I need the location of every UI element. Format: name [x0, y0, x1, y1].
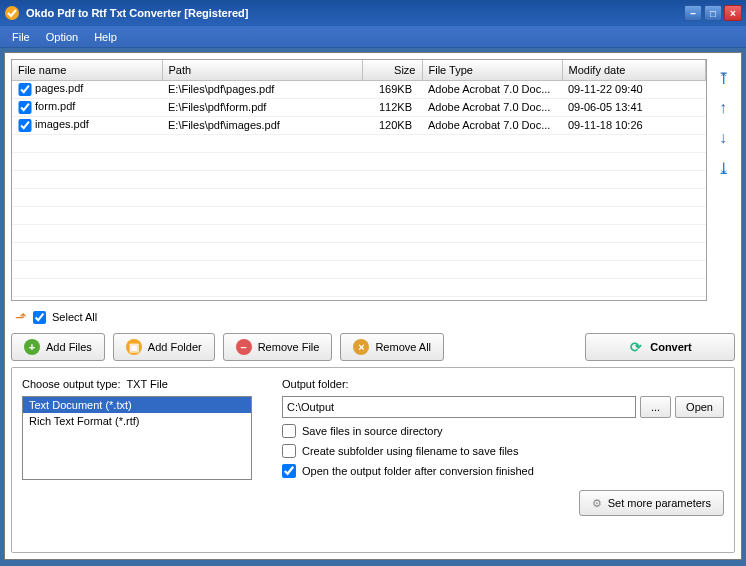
reorder-controls: ⤒ ↑ ↓ ⤓	[711, 59, 735, 301]
title-bar: Okdo Pdf to Rtf Txt Converter [Registere…	[0, 0, 746, 26]
save-source-label: Save files in source directory	[302, 425, 443, 437]
minus-icon: –	[236, 339, 252, 355]
add-folder-button[interactable]: ▣Add Folder	[113, 333, 215, 361]
convert-button[interactable]: ⟳Convert	[585, 333, 735, 361]
table-row[interactable]: form.pdfE:\Files\pdf\form.pdf112KBAdobe …	[12, 98, 706, 116]
subfolder-label: Create subfolder using filename to save …	[302, 445, 518, 457]
move-down-button[interactable]: ↓	[713, 129, 733, 149]
close-button[interactable]: ×	[724, 5, 742, 21]
move-top-button[interactable]: ⤒	[713, 69, 733, 89]
maximize-button[interactable]: □	[704, 5, 722, 21]
col-modifydate[interactable]: Modify date	[562, 60, 706, 80]
menu-bar: File Option Help	[0, 26, 746, 48]
select-all-checkbox[interactable]	[33, 311, 46, 324]
move-bottom-button[interactable]: ⤓	[713, 159, 733, 179]
output-panel: Choose output type: TXT File Text Docume…	[11, 367, 735, 553]
menu-help[interactable]: Help	[86, 29, 125, 45]
select-all-row: ⬏ Select All	[11, 307, 735, 327]
move-up-button[interactable]: ↑	[713, 99, 733, 119]
content-area: File name Path Size File Type Modify dat…	[4, 52, 742, 560]
plus-icon: +	[24, 339, 40, 355]
output-type-list[interactable]: Text Document (*.txt)Rich Text Format (*…	[22, 396, 252, 480]
action-buttons: +Add Files ▣Add Folder –Remove File ×Rem…	[11, 333, 735, 361]
add-files-button[interactable]: +Add Files	[11, 333, 105, 361]
remove-all-button[interactable]: ×Remove All	[340, 333, 444, 361]
row-checkbox[interactable]	[18, 101, 32, 114]
subfolder-checkbox[interactable]	[282, 444, 296, 458]
col-filetype[interactable]: File Type	[422, 60, 562, 80]
col-size[interactable]: Size	[362, 60, 422, 80]
menu-option[interactable]: Option	[38, 29, 86, 45]
output-folder-label: Output folder:	[282, 378, 724, 390]
col-filename[interactable]: File name	[12, 60, 162, 80]
up-folder-icon[interactable]: ⬏	[15, 309, 27, 325]
app-icon	[4, 5, 20, 21]
browse-button[interactable]: ...	[640, 396, 671, 418]
gear-icon: ⚙	[592, 497, 602, 510]
table-row[interactable]: images.pdfE:\Files\pdf\images.pdf120KBAd…	[12, 116, 706, 134]
minimize-button[interactable]: –	[684, 5, 702, 21]
file-table[interactable]: File name Path Size File Type Modify dat…	[11, 59, 707, 301]
remove-file-button[interactable]: –Remove File	[223, 333, 333, 361]
row-checkbox[interactable]	[18, 119, 32, 132]
clear-icon: ×	[353, 339, 369, 355]
open-after-checkbox[interactable]	[282, 464, 296, 478]
open-after-label: Open the output folder after conversion …	[302, 465, 534, 477]
folder-icon: ▣	[126, 339, 142, 355]
table-row[interactable]: pages.pdfE:\Files\pdf\pages.pdf169KBAdob…	[12, 80, 706, 98]
choose-type-label: Choose output type: TXT File	[22, 378, 252, 390]
save-source-checkbox[interactable]	[282, 424, 296, 438]
convert-icon: ⟳	[628, 339, 644, 355]
col-path[interactable]: Path	[162, 60, 362, 80]
type-option[interactable]: Text Document (*.txt)	[23, 397, 251, 413]
more-parameters-button[interactable]: ⚙Set more parameters	[579, 490, 724, 516]
open-button[interactable]: Open	[675, 396, 724, 418]
menu-file[interactable]: File	[4, 29, 38, 45]
window-title: Okdo Pdf to Rtf Txt Converter [Registere…	[26, 7, 684, 19]
type-option[interactable]: Rich Text Format (*.rtf)	[23, 413, 251, 429]
output-folder-input[interactable]	[282, 396, 636, 418]
row-checkbox[interactable]	[18, 83, 32, 96]
select-all-label[interactable]: Select All	[52, 311, 97, 323]
svg-point-0	[5, 6, 19, 20]
